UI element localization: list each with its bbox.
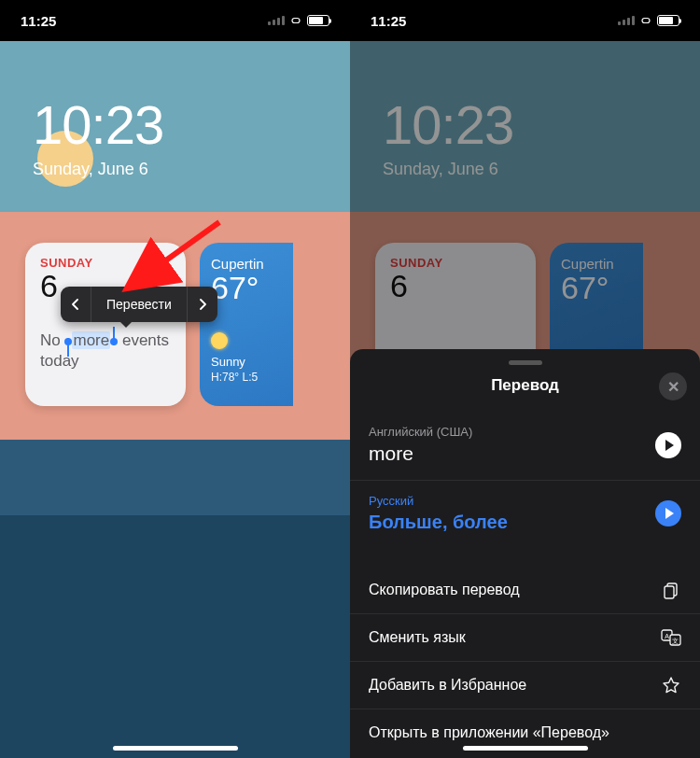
status-icons (268, 15, 329, 26)
calendar-widget[interactable]: SUNDAY 6 No more events today (25, 243, 186, 406)
left-screenshot: 11:25 10:23 Sunday, June 6 SUNDAY 6 No (0, 0, 350, 758)
clock-date: Sunday, June 6 (33, 160, 163, 179)
source-language-label: Английский (США) (369, 425, 655, 439)
cellular-icon (268, 16, 285, 25)
link-icon (639, 16, 652, 25)
close-icon: ✕ (667, 378, 679, 396)
weather-widget[interactable]: Cupertin 67° Sunny H:78° L:5 (200, 243, 293, 406)
status-time: 11:25 (21, 13, 56, 29)
home-indicator[interactable] (463, 746, 588, 751)
weather-temp: 67° (211, 270, 282, 306)
sun-icon (211, 332, 228, 349)
action-label: Сменить язык (369, 629, 466, 646)
close-button[interactable]: ✕ (659, 372, 687, 400)
status-time: 11:25 (371, 13, 406, 29)
context-menu-translate[interactable]: Перевести (91, 287, 187, 322)
action-label: Добавить в Избранное (369, 677, 526, 694)
add-favorite-button[interactable]: Добавить в Избранное (350, 662, 700, 709)
status-icons (618, 15, 679, 26)
lockscreen-clock: 10:23 Sunday, June 6 (33, 93, 163, 179)
battery-icon (657, 15, 679, 26)
text-context-menu: Перевести (61, 287, 217, 322)
translate-sheet: Перевод ✕ Английский (США) more Русский … (350, 349, 700, 758)
target-translation-row: Русский Больше, более (350, 481, 700, 548)
weather-condition: Sunny (211, 355, 282, 369)
svg-text:文: 文 (672, 638, 679, 644)
status-bar: 11:25 (0, 0, 350, 41)
svg-text:A: A (665, 633, 669, 639)
battery-icon (307, 15, 329, 26)
context-menu-next[interactable] (188, 287, 217, 322)
copy-icon (661, 580, 681, 600)
target-text: Больше, более (369, 512, 655, 533)
selection-handle-right[interactable] (110, 338, 118, 345)
star-icon (661, 675, 681, 695)
weather-hilo: H:78° L:5 (211, 371, 282, 384)
translate-icon: A文 (661, 627, 681, 648)
context-menu-prev[interactable] (61, 287, 91, 322)
action-label: Открыть в приложении «Перевод» (369, 724, 609, 741)
clock-time: 10:23 (33, 93, 163, 156)
link-icon (289, 16, 302, 25)
cellular-icon (618, 16, 635, 25)
chevron-right-icon (199, 299, 206, 310)
play-source-button[interactable] (655, 432, 681, 458)
play-icon (665, 440, 674, 451)
change-language-button[interactable]: Сменить язык A文 (350, 614, 700, 662)
source-translation-row: Английский (США) more (350, 412, 700, 481)
sheet-grabber[interactable] (509, 360, 542, 365)
svg-rect-2 (665, 586, 674, 598)
action-label: Скопировать перевод (369, 582, 520, 598)
selected-text[interactable]: more (72, 331, 110, 349)
play-icon (665, 508, 674, 519)
copy-translation-button[interactable]: Скопировать перевод (350, 567, 700, 614)
chevron-left-icon (72, 299, 79, 310)
right-screenshot: 11:25 10:23 Sunday, June 6 SUNDAY 6 Cupe (350, 0, 700, 758)
source-text: more (369, 442, 655, 465)
calendar-events-text: No more events today (40, 330, 171, 372)
sheet-title: Перевод (491, 376, 559, 395)
action-list: Скопировать перевод Сменить язык A文 Доба… (350, 567, 700, 756)
play-target-button[interactable] (655, 500, 681, 526)
translate-app-icon (661, 723, 681, 743)
home-indicator[interactable] (113, 746, 238, 751)
status-bar: 11:25 (350, 0, 700, 41)
target-language-label: Русский (369, 494, 655, 508)
